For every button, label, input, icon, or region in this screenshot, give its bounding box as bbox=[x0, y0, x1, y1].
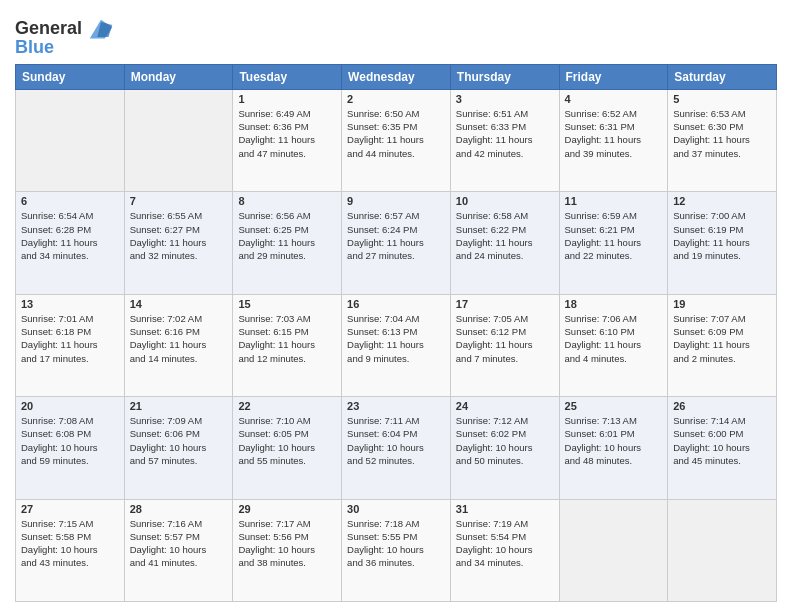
cell-info: Sunrise: 6:52 AM Sunset: 6:31 PM Dayligh… bbox=[565, 107, 663, 160]
cell-info: Sunrise: 6:49 AM Sunset: 6:36 PM Dayligh… bbox=[238, 107, 336, 160]
cell-info: Sunrise: 7:04 AM Sunset: 6:13 PM Dayligh… bbox=[347, 312, 445, 365]
calendar-week-row: 20Sunrise: 7:08 AM Sunset: 6:08 PM Dayli… bbox=[16, 397, 777, 499]
cell-info: Sunrise: 7:09 AM Sunset: 6:06 PM Dayligh… bbox=[130, 414, 228, 467]
day-number: 17 bbox=[456, 298, 554, 310]
day-number: 21 bbox=[130, 400, 228, 412]
day-number: 1 bbox=[238, 93, 336, 105]
calendar-cell: 9Sunrise: 6:57 AM Sunset: 6:24 PM Daylig… bbox=[342, 192, 451, 294]
cell-info: Sunrise: 6:50 AM Sunset: 6:35 PM Dayligh… bbox=[347, 107, 445, 160]
calendar-week-row: 13Sunrise: 7:01 AM Sunset: 6:18 PM Dayli… bbox=[16, 294, 777, 396]
calendar-cell: 20Sunrise: 7:08 AM Sunset: 6:08 PM Dayli… bbox=[16, 397, 125, 499]
calendar-cell: 23Sunrise: 7:11 AM Sunset: 6:04 PM Dayli… bbox=[342, 397, 451, 499]
calendar-cell: 8Sunrise: 6:56 AM Sunset: 6:25 PM Daylig… bbox=[233, 192, 342, 294]
cell-info: Sunrise: 7:15 AM Sunset: 5:58 PM Dayligh… bbox=[21, 517, 119, 570]
calendar-cell: 5Sunrise: 6:53 AM Sunset: 6:30 PM Daylig… bbox=[668, 89, 777, 191]
header: General Blue bbox=[15, 10, 777, 58]
day-number: 7 bbox=[130, 195, 228, 207]
day-header-friday: Friday bbox=[559, 64, 668, 89]
logo-icon bbox=[86, 14, 116, 44]
cell-info: Sunrise: 7:18 AM Sunset: 5:55 PM Dayligh… bbox=[347, 517, 445, 570]
calendar-cell: 10Sunrise: 6:58 AM Sunset: 6:22 PM Dayli… bbox=[450, 192, 559, 294]
calendar-cell: 18Sunrise: 7:06 AM Sunset: 6:10 PM Dayli… bbox=[559, 294, 668, 396]
calendar-cell: 19Sunrise: 7:07 AM Sunset: 6:09 PM Dayli… bbox=[668, 294, 777, 396]
day-number: 26 bbox=[673, 400, 771, 412]
day-number: 8 bbox=[238, 195, 336, 207]
cell-info: Sunrise: 7:07 AM Sunset: 6:09 PM Dayligh… bbox=[673, 312, 771, 365]
cell-info: Sunrise: 6:55 AM Sunset: 6:27 PM Dayligh… bbox=[130, 209, 228, 262]
day-number: 20 bbox=[21, 400, 119, 412]
day-number: 11 bbox=[565, 195, 663, 207]
cell-info: Sunrise: 7:00 AM Sunset: 6:19 PM Dayligh… bbox=[673, 209, 771, 262]
calendar-cell: 15Sunrise: 7:03 AM Sunset: 6:15 PM Dayli… bbox=[233, 294, 342, 396]
day-number: 24 bbox=[456, 400, 554, 412]
logo-text-line2: Blue bbox=[15, 38, 54, 58]
day-number: 23 bbox=[347, 400, 445, 412]
day-number: 30 bbox=[347, 503, 445, 515]
cell-info: Sunrise: 7:16 AM Sunset: 5:57 PM Dayligh… bbox=[130, 517, 228, 570]
cell-info: Sunrise: 7:05 AM Sunset: 6:12 PM Dayligh… bbox=[456, 312, 554, 365]
cell-info: Sunrise: 7:12 AM Sunset: 6:02 PM Dayligh… bbox=[456, 414, 554, 467]
day-number: 31 bbox=[456, 503, 554, 515]
day-number: 19 bbox=[673, 298, 771, 310]
calendar-cell: 16Sunrise: 7:04 AM Sunset: 6:13 PM Dayli… bbox=[342, 294, 451, 396]
day-number: 2 bbox=[347, 93, 445, 105]
day-number: 4 bbox=[565, 93, 663, 105]
day-number: 10 bbox=[456, 195, 554, 207]
calendar-cell: 25Sunrise: 7:13 AM Sunset: 6:01 PM Dayli… bbox=[559, 397, 668, 499]
calendar-cell: 1Sunrise: 6:49 AM Sunset: 6:36 PM Daylig… bbox=[233, 89, 342, 191]
cell-info: Sunrise: 7:17 AM Sunset: 5:56 PM Dayligh… bbox=[238, 517, 336, 570]
calendar-cell bbox=[559, 499, 668, 601]
day-number: 18 bbox=[565, 298, 663, 310]
cell-info: Sunrise: 6:51 AM Sunset: 6:33 PM Dayligh… bbox=[456, 107, 554, 160]
calendar-cell bbox=[16, 89, 125, 191]
calendar-cell: 7Sunrise: 6:55 AM Sunset: 6:27 PM Daylig… bbox=[124, 192, 233, 294]
day-number: 9 bbox=[347, 195, 445, 207]
cell-info: Sunrise: 7:06 AM Sunset: 6:10 PM Dayligh… bbox=[565, 312, 663, 365]
calendar-cell: 11Sunrise: 6:59 AM Sunset: 6:21 PM Dayli… bbox=[559, 192, 668, 294]
day-number: 12 bbox=[673, 195, 771, 207]
day-header-thursday: Thursday bbox=[450, 64, 559, 89]
logo-text-line1: General bbox=[15, 19, 82, 39]
day-header-saturday: Saturday bbox=[668, 64, 777, 89]
calendar-cell: 21Sunrise: 7:09 AM Sunset: 6:06 PM Dayli… bbox=[124, 397, 233, 499]
cell-info: Sunrise: 7:14 AM Sunset: 6:00 PM Dayligh… bbox=[673, 414, 771, 467]
day-header-monday: Monday bbox=[124, 64, 233, 89]
calendar-cell bbox=[124, 89, 233, 191]
cell-info: Sunrise: 6:56 AM Sunset: 6:25 PM Dayligh… bbox=[238, 209, 336, 262]
calendar-cell: 24Sunrise: 7:12 AM Sunset: 6:02 PM Dayli… bbox=[450, 397, 559, 499]
calendar-cell: 2Sunrise: 6:50 AM Sunset: 6:35 PM Daylig… bbox=[342, 89, 451, 191]
day-header-wednesday: Wednesday bbox=[342, 64, 451, 89]
calendar-cell bbox=[668, 499, 777, 601]
day-number: 28 bbox=[130, 503, 228, 515]
day-header-sunday: Sunday bbox=[16, 64, 125, 89]
day-header-tuesday: Tuesday bbox=[233, 64, 342, 89]
calendar-cell: 4Sunrise: 6:52 AM Sunset: 6:31 PM Daylig… bbox=[559, 89, 668, 191]
cell-info: Sunrise: 6:59 AM Sunset: 6:21 PM Dayligh… bbox=[565, 209, 663, 262]
cell-info: Sunrise: 7:10 AM Sunset: 6:05 PM Dayligh… bbox=[238, 414, 336, 467]
day-number: 27 bbox=[21, 503, 119, 515]
cell-info: Sunrise: 7:01 AM Sunset: 6:18 PM Dayligh… bbox=[21, 312, 119, 365]
calendar-cell: 26Sunrise: 7:14 AM Sunset: 6:00 PM Dayli… bbox=[668, 397, 777, 499]
calendar-week-row: 1Sunrise: 6:49 AM Sunset: 6:36 PM Daylig… bbox=[16, 89, 777, 191]
calendar-table: SundayMondayTuesdayWednesdayThursdayFrid… bbox=[15, 64, 777, 602]
cell-info: Sunrise: 6:53 AM Sunset: 6:30 PM Dayligh… bbox=[673, 107, 771, 160]
calendar-cell: 14Sunrise: 7:02 AM Sunset: 6:16 PM Dayli… bbox=[124, 294, 233, 396]
calendar-cell: 31Sunrise: 7:19 AM Sunset: 5:54 PM Dayli… bbox=[450, 499, 559, 601]
day-number: 5 bbox=[673, 93, 771, 105]
calendar-cell: 3Sunrise: 6:51 AM Sunset: 6:33 PM Daylig… bbox=[450, 89, 559, 191]
cell-info: Sunrise: 7:02 AM Sunset: 6:16 PM Dayligh… bbox=[130, 312, 228, 365]
logo: General Blue bbox=[15, 14, 116, 58]
calendar-week-row: 6Sunrise: 6:54 AM Sunset: 6:28 PM Daylig… bbox=[16, 192, 777, 294]
day-number: 14 bbox=[130, 298, 228, 310]
day-number: 29 bbox=[238, 503, 336, 515]
calendar-cell: 29Sunrise: 7:17 AM Sunset: 5:56 PM Dayli… bbox=[233, 499, 342, 601]
cell-info: Sunrise: 7:13 AM Sunset: 6:01 PM Dayligh… bbox=[565, 414, 663, 467]
cell-info: Sunrise: 7:03 AM Sunset: 6:15 PM Dayligh… bbox=[238, 312, 336, 365]
cell-info: Sunrise: 7:08 AM Sunset: 6:08 PM Dayligh… bbox=[21, 414, 119, 467]
calendar-cell: 30Sunrise: 7:18 AM Sunset: 5:55 PM Dayli… bbox=[342, 499, 451, 601]
calendar-cell: 6Sunrise: 6:54 AM Sunset: 6:28 PM Daylig… bbox=[16, 192, 125, 294]
day-number: 6 bbox=[21, 195, 119, 207]
day-number: 22 bbox=[238, 400, 336, 412]
calendar-cell: 27Sunrise: 7:15 AM Sunset: 5:58 PM Dayli… bbox=[16, 499, 125, 601]
day-number: 13 bbox=[21, 298, 119, 310]
